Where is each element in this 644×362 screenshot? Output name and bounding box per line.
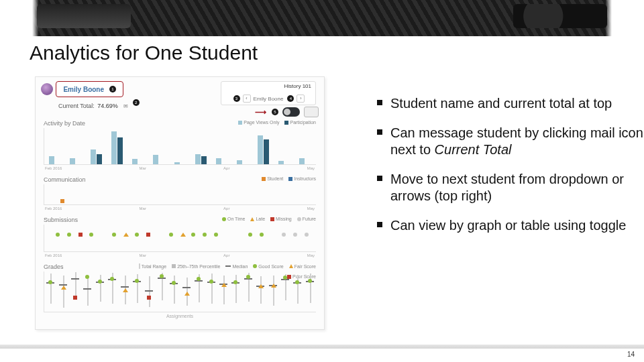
callout-3: 3 <box>233 95 240 102</box>
submission-marker <box>67 233 71 237</box>
callout-2: 2 <box>133 99 140 106</box>
chart-activity-plot <box>44 128 316 165</box>
next-student-button[interactable]: › <box>297 95 305 103</box>
grade-score-marker <box>283 276 287 280</box>
submission-marker <box>169 233 173 237</box>
legend-median: Median <box>232 264 248 269</box>
legend-ontime: On Time <box>227 217 245 221</box>
grade-median <box>121 286 129 288</box>
footer-bar <box>0 345 644 349</box>
grade-range <box>50 274 52 304</box>
grade-median <box>145 290 153 292</box>
callout-4: 4 <box>287 95 294 102</box>
submission-marker <box>282 233 286 237</box>
grade-range <box>273 276 274 306</box>
submission-marker <box>305 233 309 237</box>
student-name: Emily Boone <box>63 86 104 93</box>
grade-score-marker <box>85 275 89 279</box>
chart-activity-legend: Page Views Only Participation <box>238 120 316 125</box>
legend-total-range: Total Range <box>142 264 166 269</box>
table-view-icon[interactable] <box>304 107 319 117</box>
activity-bar-participation <box>264 139 269 164</box>
submission-marker <box>248 233 252 237</box>
grade-range <box>260 276 262 304</box>
grade-median <box>71 278 79 280</box>
submission-marker <box>78 233 83 237</box>
grade-score-marker <box>61 286 66 290</box>
bullet-item: Can view by graph or table using toggle <box>376 217 644 233</box>
submission-marker <box>135 233 139 237</box>
activity-bar-pv <box>299 158 305 164</box>
nav-student-label: Emily Boone <box>254 96 284 102</box>
grade-score-marker <box>271 284 276 288</box>
grade-score-marker <box>184 292 190 296</box>
legend-missing: Missing <box>276 217 292 221</box>
chart-submissions-legend: On Time Late Missing Future <box>222 217 316 221</box>
bullet-item: Student name and current total at top <box>376 95 644 111</box>
grade-score-marker <box>221 283 227 287</box>
grade-score-marker <box>258 284 264 288</box>
grade-score-marker <box>73 296 77 300</box>
submission-marker <box>112 233 116 237</box>
grade-score-marker <box>123 288 128 292</box>
prev-student-button[interactable]: ‹ <box>243 95 251 103</box>
legend-pageviews: Page Views Only <box>244 120 279 125</box>
grade-score-marker <box>48 280 52 284</box>
grade-score-marker <box>160 274 164 278</box>
activity-bar-pv <box>195 154 201 164</box>
grade-range <box>149 276 150 307</box>
submission-marker <box>123 233 129 237</box>
view-toggle-row: ⟶ 5 <box>255 107 319 117</box>
current-total-label: Current Total: <box>58 103 95 109</box>
activity-bar-pv <box>70 158 75 164</box>
slide-top-texture <box>0 0 644 38</box>
graph-table-toggle[interactable] <box>282 107 300 117</box>
chart-submissions-xticks: Feb 2016MarAprMay <box>44 253 316 257</box>
activity-bar-pv <box>258 135 263 164</box>
activity-bar-pv <box>237 160 242 164</box>
grade-score-marker <box>209 280 213 284</box>
submission-marker <box>56 233 60 237</box>
activity-bar-participation <box>201 156 207 164</box>
submission-marker <box>191 233 195 237</box>
activity-bar-pv <box>174 162 180 164</box>
submission-marker <box>89 233 93 237</box>
grade-range <box>174 276 175 304</box>
grade-score-marker <box>110 277 114 281</box>
slide-body: Analytics for One Student Emily Boone 1 … <box>0 36 644 362</box>
submission-marker <box>203 233 207 237</box>
chart-grades-plot <box>44 272 316 312</box>
activity-bar-pv <box>91 149 96 164</box>
current-total-value: 74.69% <box>97 103 118 109</box>
grade-score-marker <box>246 275 250 279</box>
grade-range <box>87 276 89 306</box>
grade-score-marker <box>135 279 139 283</box>
grade-score-marker <box>147 296 151 300</box>
student-pill[interactable]: Emily Boone 1 <box>56 81 123 97</box>
chart-submissions: Submissions On Time Late Missing Future … <box>44 217 316 257</box>
bullet-item: Move to next student from dropdown or ar… <box>376 171 644 204</box>
legend-student: Student <box>267 176 283 181</box>
comm-bar <box>60 199 64 203</box>
analytics-screenshot: Emily Boone 1 Current Total: 74.69% ✉ 2 … <box>35 76 325 330</box>
activity-bar-pv <box>153 155 158 164</box>
activity-bar-pv <box>132 159 138 164</box>
grade-median <box>83 288 91 290</box>
submission-marker <box>180 233 186 237</box>
course-nav-box: History 101 3 ‹ Emily Boone 4 › <box>221 81 316 105</box>
grade-range <box>211 274 213 304</box>
legend-late: Late <box>256 217 265 221</box>
grade-range <box>297 275 299 304</box>
bullet-list: Student name and current total at topCan… <box>349 95 644 247</box>
course-name: History 101 <box>284 83 311 89</box>
callout-arrow-icon: ⟶ <box>255 107 266 117</box>
grade-range <box>63 276 64 308</box>
callout-1: 1 <box>109 86 116 93</box>
grade-score-marker <box>233 280 237 284</box>
mail-icon[interactable]: ✉ <box>123 103 128 109</box>
slide-title: Analytics for One Student <box>30 42 258 64</box>
legend-quartile: 25th–75th Percentile <box>177 264 220 269</box>
grade-range <box>235 275 237 303</box>
student-avatar <box>41 83 53 95</box>
chart-activity: Activity by Date Page Views Only Partici… <box>44 120 316 170</box>
